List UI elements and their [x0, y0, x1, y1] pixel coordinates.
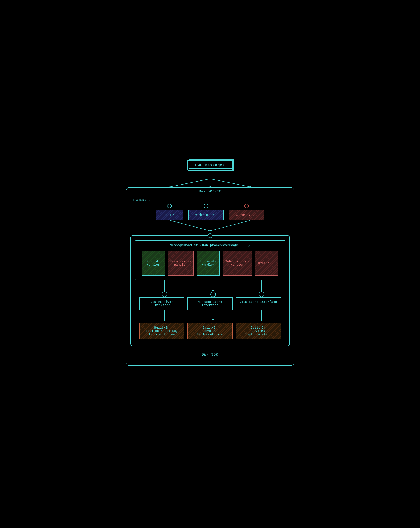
- records-handler-box: Records Handler: [142, 251, 165, 276]
- bottom-arrows-svg: [135, 310, 291, 323]
- diagram-root: DWN Messages DWN Server Transport: [119, 154, 301, 374]
- handler-boxes: Records Handler Permissions Handler Prot…: [139, 251, 281, 276]
- interface-row: DID Resolver Interface Message Store Int…: [139, 297, 281, 310]
- message-store-box: Message Store Interface: [187, 297, 233, 310]
- subscriptions-handler-box: Subscriptions Handler: [223, 251, 252, 276]
- did-resolver-box: DID Resolver Interface: [139, 297, 185, 310]
- transport-label: Transport: [133, 198, 288, 202]
- svg-line-3: [210, 179, 250, 187]
- leveldb-impl-2-box: Built-In LevelDB Implementation: [236, 323, 281, 339]
- svg-marker-21: [164, 319, 165, 321]
- svg-line-7: [170, 220, 210, 231]
- inner-top-circle-wrapper: [135, 233, 285, 238]
- svg-point-19: [259, 292, 264, 297]
- svg-marker-6: [249, 186, 251, 187]
- websocket-box: WebSocket: [188, 210, 224, 220]
- http-circle: [167, 204, 172, 208]
- did-impl-box: Built-In did:ion & did:key Implementatio…: [139, 323, 185, 339]
- transport-section: Transport HTTP WebSocket: [126, 194, 294, 220]
- websocket-column: WebSocket: [188, 204, 224, 220]
- svg-marker-5: [209, 186, 211, 187]
- transport-arrows-svg: [136, 220, 284, 235]
- data-store-box: Data Store Interface: [236, 297, 281, 310]
- others-transport-circle: [244, 204, 249, 208]
- http-column: HTTP: [156, 204, 183, 220]
- svg-marker-4: [169, 186, 171, 187]
- svg-point-17: [162, 292, 167, 297]
- inner-arrows-svg: [135, 280, 291, 297]
- svg-line-1: [170, 179, 210, 187]
- svg-marker-23: [212, 319, 214, 321]
- dwn-messages-label: DWN Messages: [195, 163, 225, 168]
- svg-point-18: [210, 292, 216, 297]
- svg-marker-25: [261, 319, 262, 321]
- others-transport-column: Others...: [229, 204, 265, 220]
- websocket-circle: [204, 204, 208, 208]
- message-handler-label: MessageHandler (Dwn.processMessage(...)): [139, 243, 281, 247]
- protocols-handler-box: Protocols Handler: [197, 251, 220, 276]
- leveldb-impl-1-box: Built-In LevelDB Implementation: [187, 323, 233, 339]
- dwn-sdk-outer: DWN Server Transport HTTP WebSocket: [126, 187, 295, 366]
- dwn-messages-box: DWN Messages: [187, 160, 233, 170]
- others-transport-box: Others...: [229, 210, 265, 220]
- dwn-server-label: DWN Server: [126, 189, 294, 193]
- dwn-messages-wrapper: DWN Messages: [126, 160, 295, 170]
- inner-top-circle: [208, 233, 212, 238]
- dwn-sdk-label: DWN SDK: [126, 350, 294, 358]
- svg-line-9: [210, 220, 250, 231]
- permissions-handler-box: Permissions Handler: [168, 251, 194, 276]
- top-arrows-svg: [136, 170, 284, 187]
- dwn-inner: MessageHandler (Dwn.processMessage(...))…: [130, 235, 290, 346]
- impl-row: Built-In did:ion & did:key Implementatio…: [139, 323, 281, 339]
- message-handler-box: MessageHandler (Dwn.processMessage(...))…: [135, 240, 285, 280]
- others-handler-box: Others...: [255, 251, 278, 276]
- http-box: HTTP: [156, 210, 183, 220]
